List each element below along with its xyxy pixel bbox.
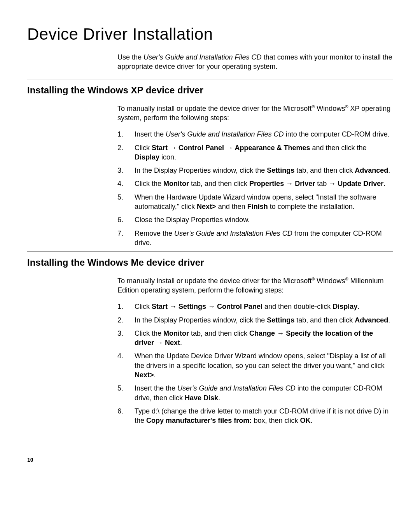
list-item: 7.Remove the User's Guide and Installati… (135, 229, 393, 248)
intro-paragraph: Use the User's Guide and Installation Fi… (117, 53, 393, 72)
xp-intro: To manually install or update the device… (117, 104, 393, 123)
list-item: 4.Click the Monitor tab, and then click … (135, 179, 393, 188)
divider (27, 79, 393, 79)
list-item: 5.Insert the the User's Guide and Instal… (135, 384, 393, 403)
list-item: 2.Click Start → Control Panel → Appearan… (135, 143, 393, 162)
section-body-me: To manually install or update the device… (117, 276, 393, 426)
me-intro: To manually install or update the device… (117, 276, 393, 295)
xp-step-list: 1.Insert the User's Guide and Installati… (117, 130, 393, 247)
list-item: 4.When the Update Device Driver Wizard w… (135, 351, 393, 380)
section-heading-xp: Installing the Windows XP device driver (27, 84, 393, 96)
page-title: Device Driver Installation (27, 23, 393, 46)
list-item: 3.Click the Monitor tab, and then click … (135, 329, 393, 348)
divider (27, 251, 393, 252)
list-item: 2.In the Display Properties window, clic… (135, 315, 393, 325)
section-body-xp: To manually install or update the device… (117, 104, 393, 248)
list-item: 1.Click Start → Settings → Control Panel… (135, 302, 393, 311)
me-step-list: 1.Click Start → Settings → Control Panel… (117, 302, 393, 425)
section-heading-me: Installing the Windows Me device driver (27, 256, 393, 269)
list-item: 6.Close the Display Properties window. (135, 215, 393, 224)
list-item: 5.When the Hardware Update Wizard window… (135, 193, 393, 212)
list-item: 3.In the Display Properties window, clic… (135, 166, 393, 175)
page-number: 10 (27, 456, 393, 464)
list-item: 6.Type d:\ (change the drive letter to m… (135, 406, 393, 426)
list-item: 1.Insert the User's Guide and Installati… (135, 130, 393, 139)
